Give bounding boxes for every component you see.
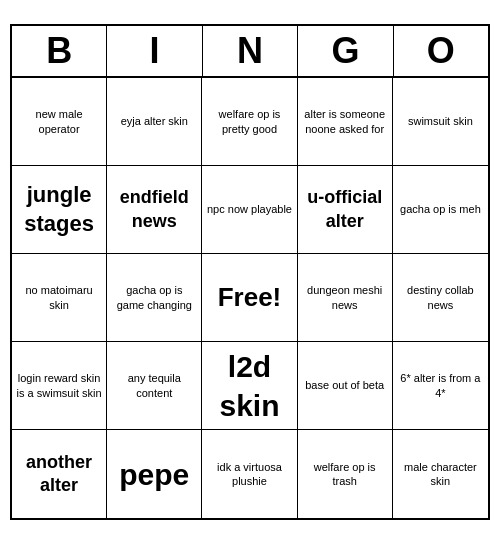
header-b: B: [12, 26, 107, 76]
bingo-cell: no matoimaru skin: [12, 254, 107, 342]
header-o: O: [394, 26, 488, 76]
bingo-cell: login reward skin is a swimsuit skin: [12, 342, 107, 430]
bingo-cell: alter is someone noone asked for: [298, 78, 393, 166]
bingo-cell: dungeon meshi news: [298, 254, 393, 342]
bingo-cell: base out of beta: [298, 342, 393, 430]
bingo-cell: another alter: [12, 430, 107, 518]
bingo-card: B I N G O new male operatoreyja alter sk…: [10, 24, 490, 520]
bingo-cell: idk a virtuosa plushie: [202, 430, 297, 518]
bingo-cell: new male operator: [12, 78, 107, 166]
header-i: I: [107, 26, 202, 76]
bingo-cell: gacha op is meh: [393, 166, 488, 254]
header-g: G: [298, 26, 393, 76]
bingo-cell: endfield news: [107, 166, 202, 254]
bingo-cell: jungle stages: [12, 166, 107, 254]
bingo-cell: gacha op is game changing: [107, 254, 202, 342]
bingo-cell: u-official alter: [298, 166, 393, 254]
bingo-cell: pepe: [107, 430, 202, 518]
bingo-cell: welfare op is pretty good: [202, 78, 297, 166]
bingo-cell: male character skin: [393, 430, 488, 518]
bingo-cell: npc now playable: [202, 166, 297, 254]
bingo-cell: swimsuit skin: [393, 78, 488, 166]
header-n: N: [203, 26, 298, 76]
bingo-cell: any tequila content: [107, 342, 202, 430]
bingo-cell: eyja alter skin: [107, 78, 202, 166]
bingo-grid: new male operatoreyja alter skinwelfare …: [12, 78, 488, 518]
bingo-cell: welfare op is trash: [298, 430, 393, 518]
bingo-cell: destiny collab news: [393, 254, 488, 342]
bingo-header: B I N G O: [12, 26, 488, 78]
bingo-cell: l2d skin: [202, 342, 297, 430]
bingo-cell: 6* alter is from a 4*: [393, 342, 488, 430]
bingo-cell: Free!: [202, 254, 297, 342]
